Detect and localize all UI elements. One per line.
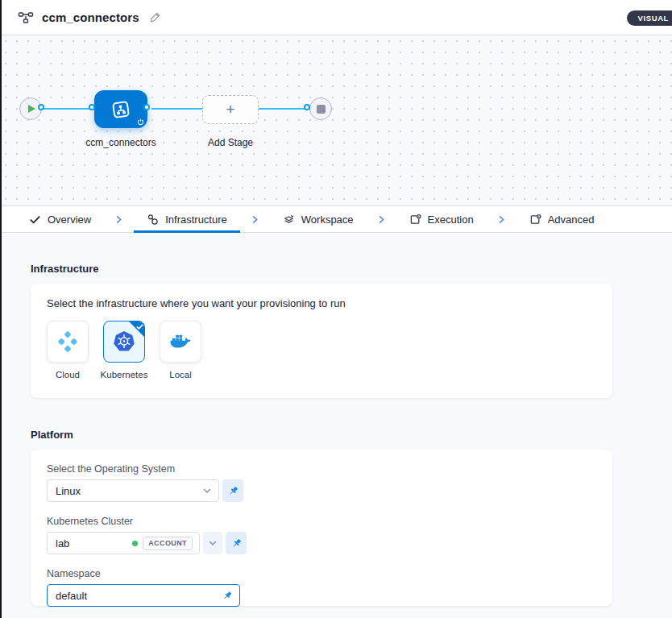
namespace-label: Namespace [47,568,596,579]
os-label: Select the Operating System [47,463,596,475]
tab-label: Overview [48,214,91,226]
stage-left-port [89,104,95,110]
cluster-input-wrap[interactable]: ACCOUNT [47,532,200,554]
tab-label: Infrastructure [165,214,227,226]
pipeline-icon [18,10,34,26]
visual-yaml-toggle[interactable]: VISUAL [627,10,672,26]
kubernetes-tile[interactable] [103,321,145,363]
cluster-input[interactable] [56,533,132,554]
chevron-right-icon [250,206,260,232]
tab-label: Execution [428,214,474,226]
infrastructure-description: Select the infrastructure where you want… [47,297,596,309]
option-label: Kubernetes [101,370,148,380]
chevron-down-icon [202,486,212,496]
infrastructure-panel: Infrastructure Select the infrastructure… [0,234,672,618]
play-icon [28,105,35,113]
docker-icon [168,330,193,354]
infrastructure-icon [147,214,159,226]
stage-node-ccm-connectors[interactable] [94,90,147,128]
cloud-tile[interactable] [47,321,89,363]
add-stage-label: Add Stage [201,137,260,148]
connector-status-dot [132,541,138,546]
os-selected-value: Linux [56,485,202,497]
os-input-type-pin-button[interactable] [222,479,243,502]
cluster-input-type-pin-button[interactable] [226,532,247,554]
tab-workspace[interactable]: Workspace [281,206,355,232]
option-label: Cloud [56,370,80,380]
namespace-field-row [47,584,596,607]
infra-option-cloud[interactable]: Cloud [47,321,89,380]
execution-icon [409,214,421,226]
selected-corner [129,321,144,337]
platform-card: Select the Operating System Linux [31,450,612,606]
pipeline-header: ccm_connectors VISUAL [0,0,672,35]
infrastructure-card: Select the infrastructure where you want… [31,284,612,398]
tab-advanced[interactable]: Advanced [528,206,596,232]
namespace-input[interactable] [56,585,222,606]
pin-icon[interactable] [222,590,233,602]
tab-label: Advanced [548,214,595,226]
chevron-right-icon [376,206,387,232]
pipeline-canvas[interactable]: + ccm_connectors Add Stage [0,35,672,205]
infrastructure-options: Cloud [47,321,596,380]
local-tile[interactable] [160,321,201,363]
add-stage-button[interactable]: + [202,95,259,124]
pipeline-studio: ccm_connectors VISUAL [0,0,672,618]
tab-execution[interactable]: Execution [408,206,475,232]
scope-badge: ACCOUNT [143,537,193,550]
chevron-down-icon [208,538,218,548]
os-select[interactable]: Linux [47,479,219,502]
edge-start-to-stage [43,108,94,110]
tab-overview[interactable]: Overview [27,206,93,232]
tab-label: Workspace [301,214,354,226]
cloud-icon [56,330,79,353]
workspace-icon [283,214,295,226]
check-icon [136,323,143,330]
pipeline-title: ccm_connectors [42,10,139,24]
custom-stage-icon [110,99,131,120]
conditional-execution-icon [137,118,144,126]
namespace-input-wrap[interactable] [47,584,240,607]
pin-icon [227,485,239,497]
end-port [304,104,310,110]
cluster-label: Kubernetes Cluster [47,516,596,527]
pin-icon [230,537,243,550]
pipeline-end-node [309,97,332,120]
option-label: Local [169,370,192,380]
advanced-icon [529,214,541,226]
infra-option-kubernetes[interactable]: Kubernetes [103,321,145,380]
stop-icon [317,105,326,114]
platform-heading: Platform [31,429,73,441]
sidebar-edge [0,0,2,618]
edge-stage-to-add [151,108,202,110]
infra-option-local[interactable]: Local [160,321,201,380]
stage-right-port [143,104,150,110]
tab-infrastructure[interactable]: Infrastructure [145,206,229,232]
infrastructure-heading: Infrastructure [31,263,99,275]
chevron-right-icon [496,206,507,232]
plus-icon: + [226,102,234,117]
stage-tabbar: Overview Infrastructure Workspace [0,205,672,233]
chevron-right-icon [114,206,124,232]
cluster-field-row: ACCOUNT [47,532,596,554]
os-field-row: Linux [47,479,596,502]
edit-pencil-icon[interactable] [149,11,161,23]
start-port [38,104,44,110]
cluster-dropdown-button[interactable] [203,532,222,554]
stage-label: ccm_connectors [74,137,168,148]
edge-add-to-end [259,108,307,110]
check-icon [29,214,41,226]
